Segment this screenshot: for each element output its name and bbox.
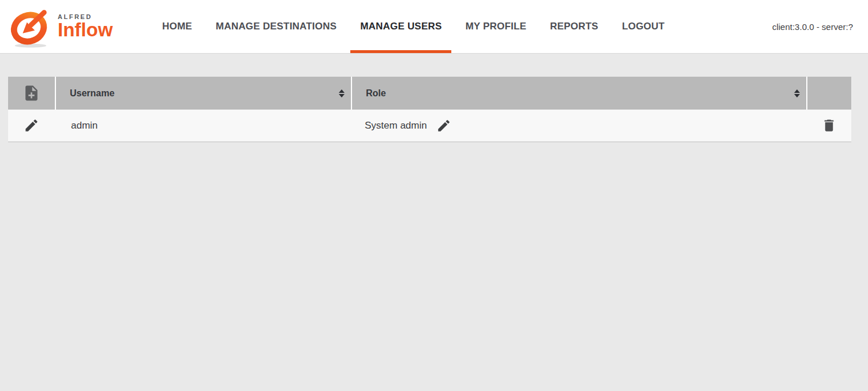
users-table: Username Role xyxy=(8,77,851,142)
actions-cell xyxy=(806,110,851,141)
nav-item-manage-destinations[interactable]: MANAGE DESTINATIONS xyxy=(206,0,346,53)
username-sort-icon[interactable] xyxy=(339,89,345,97)
page-content: Username Role xyxy=(0,54,868,142)
username-column-header[interactable]: Username xyxy=(55,77,351,110)
add-user-button[interactable] xyxy=(23,84,40,102)
nav-item-reports[interactable]: REPORTS xyxy=(540,0,608,53)
edit-user-button[interactable] xyxy=(24,118,39,133)
edit-user-cell xyxy=(8,110,55,141)
nav-item-my-profile[interactable]: MY PROFILE xyxy=(455,0,536,53)
pencil-edit-icon xyxy=(24,118,39,133)
role-value: System admin xyxy=(365,120,427,131)
inflow-logo-icon xyxy=(8,4,53,49)
edit-role-button[interactable] xyxy=(436,118,451,133)
username-column-label: Username xyxy=(70,88,114,99)
app-logo[interactable]: ALFRED Inflow xyxy=(8,4,127,49)
version-info: client:3.0.0 - server:? xyxy=(772,22,853,32)
logo-wordmark: ALFRED Inflow xyxy=(58,4,113,39)
file-plus-icon xyxy=(23,84,40,102)
logo-text-inflow: Inflow xyxy=(58,20,113,39)
delete-user-button[interactable] xyxy=(821,118,837,133)
table-row: admin System admin xyxy=(8,110,851,142)
username-value: admin xyxy=(71,120,98,131)
pencil-edit-icon xyxy=(436,118,451,133)
role-column-header[interactable]: Role xyxy=(351,77,806,110)
nav-item-home[interactable]: HOME xyxy=(152,0,202,53)
actions-column-header xyxy=(806,77,851,110)
role-sort-icon[interactable] xyxy=(794,89,800,97)
users-table-header: Username Role xyxy=(8,77,851,110)
role-column-label: Role xyxy=(366,88,386,99)
main-nav: HOME MANAGE DESTINATIONS MANAGE USERS MY… xyxy=(152,0,675,53)
username-cell: admin xyxy=(55,110,351,141)
top-bar: ALFRED Inflow HOME MANAGE DESTINATIONS M… xyxy=(0,0,868,54)
role-cell: System admin xyxy=(351,110,806,141)
nav-item-logout[interactable]: LOGOUT xyxy=(612,0,675,53)
trash-icon xyxy=(821,118,837,133)
nav-item-manage-users[interactable]: MANAGE USERS xyxy=(350,0,451,53)
add-user-cell xyxy=(8,77,55,110)
